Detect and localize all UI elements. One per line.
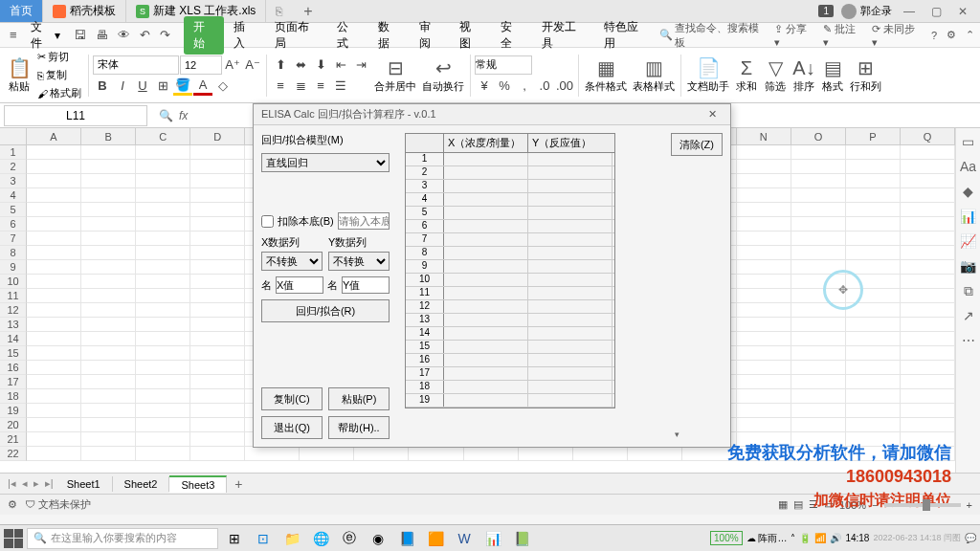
cell[interactable] (136, 432, 190, 447)
camera-tool-icon[interactable]: 📷 (960, 258, 977, 276)
row-header[interactable]: 22 (0, 447, 27, 461)
clock[interactable]: 14:18 (845, 533, 869, 543)
align-bottom-icon[interactable]: ⬇ (311, 55, 330, 75)
cell[interactable] (737, 375, 791, 389)
cell[interactable] (190, 404, 245, 418)
cell[interactable] (27, 174, 81, 188)
currency-icon[interactable]: ¥ (475, 77, 494, 96)
sheet-next-icon[interactable]: ▸ (32, 477, 41, 490)
cell[interactable] (27, 217, 81, 231)
cell[interactable] (791, 188, 846, 203)
cell[interactable] (136, 303, 190, 318)
cell[interactable] (27, 375, 81, 389)
cell[interactable] (190, 174, 245, 188)
cell[interactable] (190, 346, 245, 361)
cell[interactable] (27, 346, 81, 361)
y-name-input[interactable] (342, 276, 390, 294)
command-search[interactable]: 🔍 查找命令、搜索模板 (659, 21, 765, 50)
cell[interactable] (81, 318, 136, 332)
row-header[interactable]: 19 (0, 404, 27, 418)
cell[interactable] (901, 246, 955, 260)
cell[interactable] (737, 160, 791, 174)
redo-icon[interactable]: ↷ (156, 26, 174, 44)
cell[interactable] (354, 447, 409, 461)
row-header[interactable]: 7 (0, 231, 27, 246)
cell[interactable] (464, 447, 519, 461)
help-button[interactable]: 帮助(H).. (328, 416, 390, 439)
inc-decimal-icon[interactable]: .0 (535, 77, 554, 96)
cut-button[interactable]: ✂ 剪切 (34, 49, 84, 65)
file-menu[interactable]: 文件 ▾ (23, 17, 68, 54)
cell[interactable] (81, 188, 136, 203)
underline-button[interactable]: U (133, 77, 152, 96)
cell[interactable] (519, 447, 573, 461)
cell[interactable] (737, 231, 791, 246)
col-header[interactable]: P (846, 128, 901, 144)
align-center-icon[interactable]: ≣ (291, 77, 310, 96)
cell[interactable] (628, 447, 682, 461)
cell[interactable] (737, 404, 791, 418)
cond-format-button[interactable]: ▦条件格式 (583, 55, 629, 96)
cell[interactable] (901, 303, 955, 318)
data-cell-x[interactable] (444, 166, 528, 179)
row-header[interactable]: 11 (0, 289, 27, 303)
cell[interactable] (190, 217, 245, 231)
align-left-icon[interactable]: ≡ (271, 77, 290, 96)
font-select[interactable] (93, 55, 179, 75)
col-header[interactable]: Q (901, 128, 955, 144)
cell[interactable] (190, 447, 245, 461)
battery-icon[interactable]: 100% (710, 531, 743, 545)
cell[interactable] (81, 332, 136, 346)
word-icon[interactable]: W (452, 528, 477, 549)
filter-button[interactable]: ▽筛选 (762, 55, 789, 96)
cell[interactable] (791, 217, 846, 231)
cell[interactable] (27, 404, 81, 418)
app-icon[interactable]: 🟧 (423, 528, 448, 549)
cell[interactable] (81, 447, 136, 461)
row-header[interactable]: 10 (0, 275, 27, 289)
cell[interactable] (846, 404, 901, 418)
model-select[interactable]: 直线回归 (261, 153, 390, 172)
cell[interactable] (846, 389, 901, 404)
dialog-close-button[interactable]: ✕ (702, 108, 723, 121)
data-cell-x[interactable] (444, 381, 528, 393)
tray-icon[interactable]: 🔊 (830, 533, 841, 543)
wps-icon[interactable]: 📊 (480, 528, 505, 549)
data-cell-y[interactable] (528, 247, 612, 259)
cell[interactable] (901, 145, 955, 160)
cell[interactable] (136, 404, 190, 418)
cell[interactable] (190, 432, 245, 447)
row-header[interactable]: 1 (0, 145, 27, 160)
cell[interactable] (136, 203, 190, 217)
cell[interactable] (81, 404, 136, 418)
cell[interactable] (846, 361, 901, 375)
cell[interactable] (190, 389, 245, 404)
minimize-button[interactable]: — (900, 2, 919, 21)
data-cell-y[interactable] (528, 153, 612, 165)
cell[interactable] (190, 303, 245, 318)
search-icon[interactable]: 🔍 (159, 109, 173, 122)
cell[interactable] (737, 217, 791, 231)
cell[interactable] (901, 174, 955, 188)
data-cell-y[interactable] (528, 314, 612, 326)
undo-icon[interactable]: ↶ (136, 26, 154, 44)
data-cell-y[interactable] (528, 341, 612, 353)
cell[interactable] (791, 231, 846, 246)
cell[interactable] (737, 174, 791, 188)
cell[interactable] (901, 203, 955, 217)
cell[interactable] (737, 188, 791, 203)
col-header[interactable]: A (27, 128, 81, 144)
cell[interactable] (846, 188, 901, 203)
col-header[interactable]: O (791, 128, 846, 144)
cell[interactable] (901, 361, 955, 375)
row-header[interactable]: 8 (0, 246, 27, 260)
format-painter-button[interactable]: 🖌 格式刷 (34, 85, 84, 101)
settings-icon[interactable]: ⚙ (947, 29, 956, 41)
cell[interactable] (791, 160, 846, 174)
cell[interactable] (737, 303, 791, 318)
sheet-prev-icon[interactable]: ◂ (20, 477, 30, 490)
indent-right-icon[interactable]: ⇥ (351, 55, 370, 75)
cell[interactable] (190, 332, 245, 346)
app-icon[interactable]: 📘 (394, 528, 419, 549)
cell[interactable] (81, 174, 136, 188)
